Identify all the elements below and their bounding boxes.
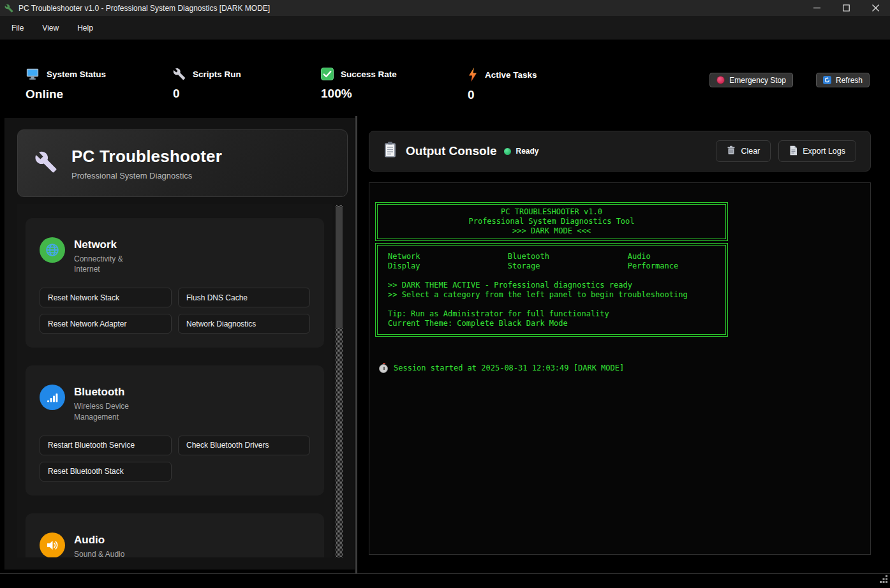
emergency-stop-label: Emergency Stop bbox=[729, 76, 786, 85]
stat-value: 0 bbox=[468, 88, 537, 102]
close-button[interactable] bbox=[861, 0, 890, 16]
category-list: Network Connectivity & Internet Reset Ne… bbox=[17, 204, 332, 557]
category-title: Network bbox=[74, 239, 138, 251]
network-card: Network Connectivity & Internet Reset Ne… bbox=[26, 218, 324, 348]
stat-system-status: System Status Online bbox=[26, 68, 106, 101]
audio-card: Audio Sound & Audio Devices Restart Audi… bbox=[26, 513, 324, 557]
lightning-icon bbox=[468, 68, 478, 82]
document-icon bbox=[789, 145, 797, 158]
reset-network-stack-button[interactable]: Reset Network Stack bbox=[40, 288, 172, 307]
category-description: Wireless Device Management bbox=[74, 401, 138, 422]
menu-bar: File View Help bbox=[0, 16, 890, 40]
export-logs-button[interactable]: Export Logs bbox=[778, 140, 856, 162]
clear-label: Clear bbox=[741, 147, 760, 156]
stat-label: Active Tasks bbox=[485, 70, 537, 80]
emergency-stop-icon bbox=[716, 76, 725, 84]
ready-status-label: Ready bbox=[515, 147, 538, 156]
wrench-icon bbox=[173, 68, 186, 80]
speaker-icon bbox=[40, 533, 65, 557]
console-line: Tip: Run as Administrator for full funct… bbox=[388, 309, 725, 319]
wrench-icon bbox=[34, 151, 57, 176]
refresh-label: Refresh bbox=[836, 76, 863, 85]
trash-icon bbox=[727, 145, 736, 157]
stat-active-tasks: Active Tasks 0 bbox=[468, 68, 537, 102]
menu-file[interactable]: File bbox=[6, 21, 29, 35]
app-icon bbox=[4, 4, 13, 13]
banner-line: Professional System Diagnostics Tool bbox=[378, 217, 725, 226]
network-globe-icon bbox=[40, 237, 65, 263]
clear-console-button[interactable]: Clear bbox=[716, 140, 771, 162]
banner-line: PC TROUBLESHOOTER v1.0 bbox=[378, 207, 725, 217]
restart-bluetooth-service-button[interactable]: Restart Bluetooth Service bbox=[40, 436, 172, 455]
sidebar: PC Troubleshooter Professional System Di… bbox=[4, 118, 355, 570]
stat-value: 0 bbox=[173, 87, 241, 101]
stat-success-rate: Success Rate 100% bbox=[321, 68, 397, 101]
check-bluetooth-drivers-button[interactable]: Check Bluetooth Drivers bbox=[178, 436, 310, 455]
status-bar bbox=[0, 574, 890, 588]
ready-status-icon bbox=[504, 148, 511, 155]
console-line bbox=[388, 271, 725, 281]
session-log-line: Session started at 2025-08-31 12:03:49 [… bbox=[375, 364, 864, 373]
category-title: Bluetooth bbox=[74, 386, 138, 399]
maximize-button[interactable] bbox=[831, 0, 861, 16]
category-description: Sound & Audio Devices bbox=[74, 549, 138, 557]
sidebar-scrollbar[interactable] bbox=[336, 205, 343, 557]
stat-label: System Status bbox=[47, 70, 106, 79]
console-output: PC TROUBLESHOOTER v1.0 Professional Syst… bbox=[369, 182, 871, 555]
scrollbar-thumb[interactable] bbox=[336, 207, 343, 328]
export-logs-label: Export Logs bbox=[803, 147, 845, 156]
console-header: Output Console Ready Clear Export Logs bbox=[369, 131, 871, 172]
refresh-button[interactable]: Refresh bbox=[816, 73, 870, 87]
session-text: Session started at 2025-08-31 12:03:49 [… bbox=[394, 364, 624, 373]
console-line: Network Bluetooth Audio bbox=[388, 252, 725, 261]
window-title: PC Troubleshooter v1.0 - Professional Sy… bbox=[19, 4, 270, 13]
stat-scripts-run: Scripts Run 0 bbox=[173, 68, 241, 101]
monitor-icon bbox=[26, 68, 40, 81]
stats-bar: System Status Online Scripts Run 0 Succe… bbox=[0, 40, 890, 116]
console-line bbox=[388, 300, 725, 309]
network-diagnostics-button[interactable]: Network Diagnostics bbox=[178, 314, 310, 334]
signal-bars-icon bbox=[40, 385, 65, 410]
console-line: Current Theme: Complete Black Dark Mode bbox=[388, 319, 725, 328]
stopwatch-icon bbox=[379, 364, 388, 373]
main-area: PC Troubleshooter Professional System Di… bbox=[0, 116, 890, 573]
refresh-icon bbox=[823, 76, 831, 84]
reset-bluetooth-stack-button[interactable]: Reset Bluetooth Stack bbox=[40, 462, 172, 481]
console-line: >> Select a category from the left panel… bbox=[388, 290, 725, 300]
menu-help[interactable]: Help bbox=[71, 21, 99, 35]
stat-label: Scripts Run bbox=[193, 70, 241, 79]
console-info-box: Network Bluetooth Audio Display Storage … bbox=[375, 243, 728, 337]
title-bar: PC Troubleshooter v1.0 - Professional Sy… bbox=[0, 0, 890, 16]
stat-label: Success Rate bbox=[341, 70, 397, 79]
app-subtitle: Professional System Diagnostics bbox=[71, 171, 222, 180]
category-description: Connectivity & Internet bbox=[74, 254, 138, 274]
panel-divider[interactable] bbox=[355, 116, 357, 573]
console-line: Display Storage Performance bbox=[388, 261, 725, 271]
bluetooth-card: Bluetooth Wireless Device Management Res… bbox=[26, 365, 324, 495]
resize-grip-icon[interactable] bbox=[879, 575, 888, 586]
menu-view[interactable]: View bbox=[36, 21, 64, 35]
category-title: Audio bbox=[74, 534, 138, 547]
check-icon bbox=[321, 68, 334, 80]
console-banner-box: PC TROUBLESHOOTER v1.0 Professional Syst… bbox=[375, 202, 728, 241]
minimize-button[interactable] bbox=[802, 0, 831, 16]
console-title: Output Console bbox=[406, 144, 496, 158]
sidebar-header-card: PC Troubleshooter Professional System Di… bbox=[17, 129, 348, 197]
banner-line: >>> DARK MODE <<< bbox=[378, 226, 725, 236]
clipboard-icon bbox=[383, 142, 397, 161]
emergency-stop-button[interactable]: Emergency Stop bbox=[709, 73, 793, 87]
app-title: PC Troubleshooter bbox=[71, 147, 222, 166]
stat-value: Online bbox=[26, 87, 106, 101]
console-line: >> DARK THEME ACTIVE - Professional diag… bbox=[388, 281, 725, 290]
flush-dns-cache-button[interactable]: Flush DNS Cache bbox=[178, 288, 310, 307]
console-panel: Output Console Ready Clear Export Logs bbox=[369, 131, 871, 555]
stat-value: 100% bbox=[321, 87, 397, 101]
reset-network-adapter-button[interactable]: Reset Network Adapter bbox=[40, 314, 172, 334]
